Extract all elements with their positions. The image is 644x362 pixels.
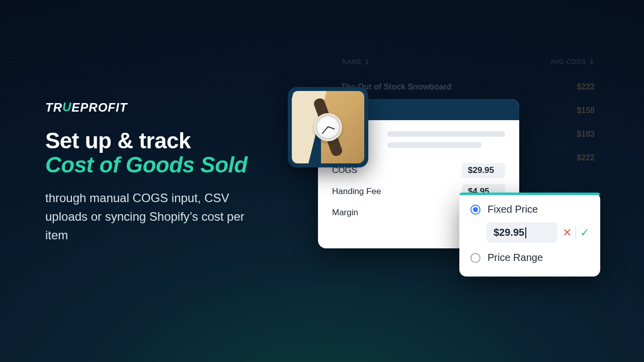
product-name: The Out of Stock Snowboard xyxy=(341,82,539,92)
headline: Set up & track Cost of Goods Sold xyxy=(45,129,287,176)
col-cogs-label[interactable]: AVG COGS xyxy=(550,58,586,65)
brand-post: EPROFIT xyxy=(71,101,127,114)
confirm-button[interactable]: ✓ xyxy=(580,226,589,239)
text-caret-icon xyxy=(525,227,526,238)
price-value: $29.95 xyxy=(494,227,524,238)
sort-icon[interactable]: ▲▼ xyxy=(365,58,370,66)
product-cogs: $158 xyxy=(539,106,595,115)
skeleton-line xyxy=(387,142,481,148)
col-name-label[interactable]: NAME xyxy=(342,58,362,65)
brand-arrow-icon: U xyxy=(62,100,71,114)
brand-pre: TR xyxy=(45,101,62,114)
skeleton-line xyxy=(387,131,505,137)
product-cogs: $222 xyxy=(539,153,595,162)
product-thumbnail xyxy=(288,87,368,167)
headline-line1: Set up & track xyxy=(45,129,287,153)
product-cogs: $222 xyxy=(539,82,595,92)
product-cogs: $183 xyxy=(539,130,595,139)
option-fixed-price[interactable]: Fixed Price xyxy=(459,198,600,221)
brand-logo: TRUEPROFIT xyxy=(45,101,287,115)
stat-label: Handing Fee xyxy=(332,187,462,197)
price-popover: Fixed Price $29.95 ✕ ✓ Price Range xyxy=(459,193,600,277)
radio-checked-icon[interactable] xyxy=(470,205,480,215)
table-header: NAME ▲▼ AVG COGS ▲▼ xyxy=(322,53,604,75)
headline-line2: Cost of Goods Sold xyxy=(45,153,287,177)
stat-value[interactable]: $29.95 xyxy=(462,163,505,178)
subcopy: through manual COGS input, CSV uploads o… xyxy=(45,189,257,245)
cancel-button[interactable]: ✕ xyxy=(562,226,572,239)
sort-icon[interactable]: ▲▼ xyxy=(589,58,595,66)
option-label: Fixed Price xyxy=(488,204,538,215)
option-price-range[interactable]: Price Range xyxy=(459,246,600,269)
option-label: Price Range xyxy=(488,252,543,263)
radio-unchecked-icon[interactable] xyxy=(470,253,480,263)
price-input[interactable]: $29.95 xyxy=(487,222,557,243)
divider xyxy=(576,227,577,239)
stat-label: Margin xyxy=(332,208,462,218)
